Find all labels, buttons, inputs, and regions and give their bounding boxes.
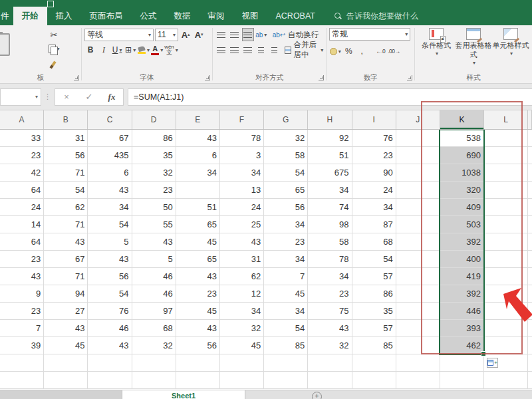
cell-J13[interactable] (396, 337, 440, 354)
cell-G4[interactable]: 65 (264, 182, 308, 199)
cell-E12[interactable]: 43 (176, 320, 220, 337)
cell-H13[interactable]: 32 (308, 337, 352, 354)
cell-B2[interactable]: 56 (44, 147, 88, 164)
cell-A12[interactable]: 7 (0, 320, 44, 337)
cell-J9[interactable] (396, 268, 440, 285)
cell-G1[interactable]: 32 (264, 130, 308, 147)
middle-align-button[interactable] (229, 28, 241, 41)
cell-F10[interactable]: 12 (220, 285, 264, 303)
cell-F3[interactable]: 34 (220, 164, 264, 182)
increase-indent-button[interactable] (269, 43, 281, 57)
column-header-H[interactable]: H (308, 110, 352, 129)
cell-H14[interactable] (308, 354, 352, 372)
cell-B3[interactable]: 71 (44, 164, 88, 182)
cell-E10[interactable]: 23 (176, 285, 220, 303)
cell-I1[interactable]: 76 (352, 130, 396, 147)
top-align-button[interactable] (215, 28, 227, 41)
cell-L9[interactable] (484, 268, 528, 285)
cell-B13[interactable]: 45 (44, 337, 88, 354)
cell-L11[interactable] (484, 303, 528, 320)
cell-E2[interactable]: 6 (176, 147, 220, 164)
cell-A1[interactable]: 33 (0, 130, 44, 147)
borders-button[interactable]: ⊞▾ (124, 43, 136, 57)
cell-B11[interactable]: 27 (44, 303, 88, 320)
tab-file-partial[interactable]: 件 (0, 7, 13, 25)
cell-C9[interactable]: 56 (88, 268, 132, 285)
cell-D9[interactable]: 46 (132, 268, 176, 285)
accounting-format-button[interactable]: ▾ (329, 45, 341, 58)
cell-K10[interactable]: 392 (440, 285, 484, 303)
cell-G15[interactable] (264, 372, 308, 389)
cell-E15[interactable] (176, 372, 220, 389)
formula-input[interactable]: =SUM(A1:J1) (128, 88, 532, 106)
cell-F15[interactable] (220, 372, 264, 389)
cell-B14[interactable] (44, 354, 88, 372)
cell-E9[interactable]: 43 (176, 268, 220, 285)
cell-H5[interactable]: 74 (308, 199, 352, 216)
cell-G5[interactable]: 56 (264, 199, 308, 216)
cell-A3[interactable]: 42 (0, 164, 44, 182)
tab-插入[interactable]: 插入 (47, 7, 81, 25)
cell-B15[interactable] (44, 372, 88, 389)
cell-F9[interactable]: 62 (220, 268, 264, 285)
cell-B7[interactable]: 43 (44, 233, 88, 251)
cell-A6[interactable]: 14 (0, 216, 44, 233)
column-header-F[interactable]: F (220, 110, 264, 129)
tab-公式[interactable]: 公式 (132, 7, 166, 25)
cell-C8[interactable]: 43 (88, 251, 132, 268)
cell-H6[interactable]: 98 (308, 216, 352, 233)
cell-J7[interactable] (396, 233, 440, 251)
cell-B9[interactable]: 71 (44, 268, 88, 285)
cell-D7[interactable]: 43 (132, 233, 176, 251)
tab-页面布局[interactable]: 页面布局 (81, 7, 132, 25)
column-header-I[interactable]: I (352, 110, 396, 129)
cell-L6[interactable] (484, 216, 528, 233)
cell-H8[interactable]: 78 (308, 251, 352, 268)
cell-A11[interactable]: 23 (0, 303, 44, 320)
merge-center-button[interactable]: 合并后居中▾ (285, 43, 324, 57)
cell-C6[interactable]: 54 (88, 216, 132, 233)
cell-D3[interactable]: 32 (132, 164, 176, 182)
wrap-text-button[interactable]: ab↩自动换行 (273, 28, 319, 41)
cell-B8[interactable]: 67 (44, 251, 88, 268)
cell-A10[interactable]: 9 (0, 285, 44, 303)
column-header-E[interactable]: E (176, 110, 220, 129)
cell-H3[interactable]: 675 (308, 164, 352, 182)
cell-A9[interactable]: 43 (0, 268, 44, 285)
comma-style-button[interactable]: , (356, 45, 368, 58)
cell-K6[interactable]: 503 (440, 216, 484, 233)
cell-A8[interactable]: 23 (0, 251, 44, 268)
enter-button[interactable]: ✓ (78, 92, 100, 102)
cell-D12[interactable]: 68 (132, 320, 176, 337)
font-size-select[interactable]: 11▾ (155, 29, 178, 41)
cell-E11[interactable]: 45 (176, 303, 220, 320)
alignment-dialog-launcher-icon[interactable] (319, 75, 324, 80)
cell-J5[interactable] (396, 199, 440, 216)
tab-视图[interactable]: 视图 (233, 7, 267, 25)
cell-L13[interactable] (484, 337, 528, 354)
cell-H11[interactable]: 75 (308, 303, 352, 320)
cell-F12[interactable]: 32 (220, 320, 264, 337)
cell-A13[interactable]: 39 (0, 337, 44, 354)
cell-G8[interactable]: 34 (264, 251, 308, 268)
cell-B5[interactable]: 62 (44, 199, 88, 216)
font-color-button[interactable]: A▾ (151, 43, 163, 57)
cell-I8[interactable]: 54 (352, 251, 396, 268)
cell-F6[interactable]: 25 (220, 216, 264, 233)
sheet-tab-active[interactable]: Sheet1 (122, 390, 245, 399)
cell-L4[interactable] (484, 182, 528, 199)
cell-I3[interactable]: 90 (352, 164, 396, 182)
cell-H10[interactable]: 23 (308, 285, 352, 303)
cell-E3[interactable]: 34 (176, 164, 220, 182)
cell-L3[interactable] (484, 164, 528, 182)
cell-F13[interactable]: 45 (220, 337, 264, 354)
cell-J2[interactable] (396, 147, 440, 164)
bold-button[interactable]: B (84, 43, 96, 57)
tab-开始[interactable]: 开始 (13, 7, 47, 25)
cell-F5[interactable]: 24 (220, 199, 264, 216)
decrease-decimal-button[interactable]: .00→ (388, 45, 400, 58)
tell-me-box[interactable]: 告诉我你想要做什么 (334, 7, 418, 25)
cell-D6[interactable]: 55 (132, 216, 176, 233)
cell-G9[interactable]: 7 (264, 268, 308, 285)
format-painter-button[interactable] (29, 56, 78, 69)
